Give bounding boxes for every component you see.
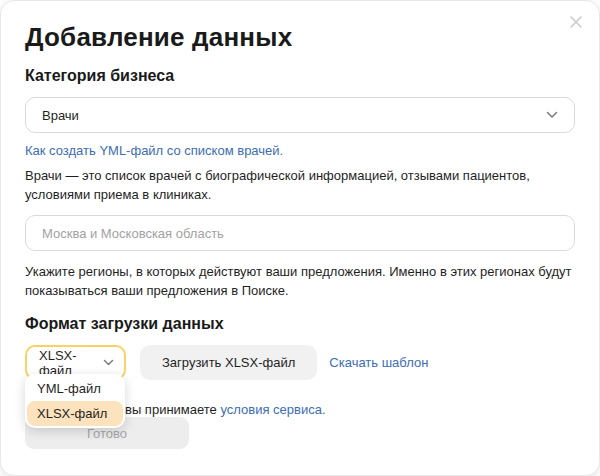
business-category-select[interactable]: Врачи bbox=[25, 97, 575, 133]
format-dropdown-menu: YML-файл XLSX-файл bbox=[25, 374, 125, 428]
terms-of-service-link[interactable]: условия сервиса. bbox=[220, 402, 325, 417]
dropdown-option-xlsx[interactable]: XLSX-файл bbox=[27, 401, 123, 426]
close-button[interactable] bbox=[565, 11, 587, 33]
upload-xlsx-button[interactable]: Загрузить XLSX-файл bbox=[140, 345, 317, 380]
dropdown-option-yml[interactable]: YML-файл bbox=[27, 376, 123, 401]
business-category-value: Врачи bbox=[42, 108, 79, 123]
chevron-down-icon bbox=[103, 359, 114, 366]
page-title: Добавление данных bbox=[25, 1, 575, 52]
category-section-label: Категория бизнеса bbox=[25, 66, 575, 86]
regions-hint: Укажите регионы, в которых действуют ваш… bbox=[25, 262, 575, 300]
category-description: Врачи — это список врачей с биографическ… bbox=[25, 166, 575, 204]
chevron-down-icon bbox=[546, 111, 558, 119]
download-template-link[interactable]: Скачать шаблон bbox=[329, 355, 428, 370]
format-select-value: XLSX-файл bbox=[39, 348, 103, 378]
format-section-label: Формат загрузки данных bbox=[25, 314, 575, 334]
close-icon bbox=[569, 15, 583, 29]
yml-help-link[interactable]: Как создать YML-файл со списком врачей. bbox=[25, 143, 283, 159]
add-data-modal: Добавление данных Категория бизнеса Врач… bbox=[0, 0, 600, 476]
regions-input[interactable] bbox=[25, 215, 575, 251]
consent-text-plain: вы принимаете bbox=[125, 402, 217, 417]
